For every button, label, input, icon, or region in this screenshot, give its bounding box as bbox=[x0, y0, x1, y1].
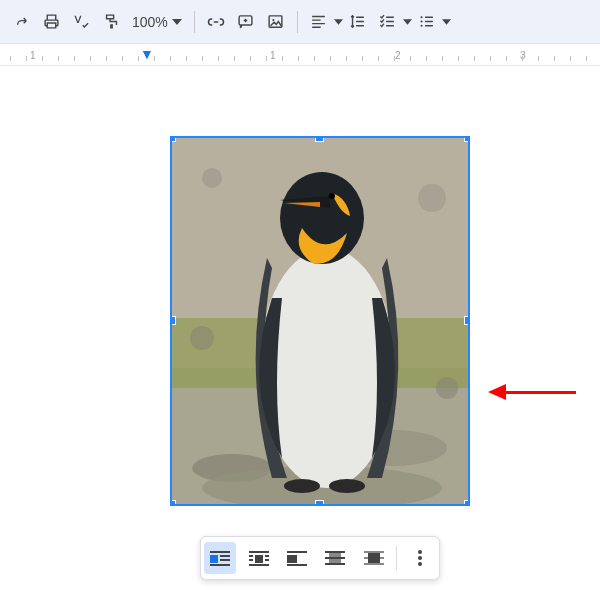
svg-rect-30 bbox=[265, 555, 269, 557]
insert-link-button[interactable] bbox=[201, 7, 231, 37]
svg-point-18 bbox=[418, 184, 446, 212]
main-toolbar: 100% bbox=[0, 0, 600, 44]
comment-icon bbox=[237, 13, 254, 30]
image-icon bbox=[267, 13, 284, 30]
penguin-illustration bbox=[172, 138, 470, 506]
document-canvas[interactable] bbox=[0, 66, 600, 598]
add-comment-button[interactable] bbox=[231, 7, 261, 37]
break-text-button[interactable] bbox=[281, 542, 313, 574]
annotation-arrow bbox=[488, 384, 576, 400]
image-options-toolbar bbox=[200, 536, 440, 580]
zoom-select[interactable]: 100% bbox=[126, 7, 188, 37]
resize-handle-left[interactable] bbox=[170, 316, 176, 325]
svg-point-45 bbox=[418, 556, 422, 560]
behind-text-button[interactable] bbox=[319, 542, 351, 574]
svg-rect-40 bbox=[364, 551, 384, 553]
svg-point-19 bbox=[190, 326, 214, 350]
toolbar-divider bbox=[297, 11, 298, 33]
svg-rect-38 bbox=[325, 557, 345, 559]
svg-point-3 bbox=[421, 16, 423, 18]
ruler-label: 2 bbox=[395, 50, 401, 61]
svg-rect-42 bbox=[364, 563, 384, 565]
ruler-label: 1 bbox=[30, 50, 36, 61]
wrap-inline-button[interactable] bbox=[204, 542, 236, 574]
toolbar-divider bbox=[194, 11, 195, 33]
print-button[interactable] bbox=[36, 7, 66, 37]
print-icon bbox=[43, 13, 60, 30]
wrap-inline-icon bbox=[210, 550, 230, 566]
svg-rect-23 bbox=[220, 555, 230, 557]
svg-rect-25 bbox=[210, 564, 230, 566]
svg-rect-32 bbox=[249, 564, 269, 566]
svg-point-14 bbox=[329, 193, 335, 199]
chevron-down-icon[interactable] bbox=[403, 19, 412, 25]
bullets-icon bbox=[418, 13, 435, 30]
svg-rect-29 bbox=[249, 559, 253, 561]
zoom-value: 100% bbox=[132, 14, 168, 30]
redo-button[interactable] bbox=[6, 7, 36, 37]
svg-rect-27 bbox=[255, 555, 263, 563]
svg-rect-26 bbox=[249, 551, 269, 553]
front-text-icon bbox=[364, 550, 384, 566]
line-spacing-button[interactable] bbox=[343, 7, 373, 37]
selected-image[interactable] bbox=[170, 136, 470, 506]
checklist-button[interactable] bbox=[373, 7, 403, 37]
align-icon bbox=[310, 13, 327, 30]
svg-point-2 bbox=[273, 19, 275, 21]
svg-point-5 bbox=[421, 25, 423, 27]
bulleted-list-button[interactable] bbox=[412, 7, 442, 37]
indent-marker[interactable]: ▼ bbox=[140, 47, 154, 61]
link-icon bbox=[207, 13, 225, 31]
line-spacing-icon bbox=[349, 13, 366, 30]
svg-point-4 bbox=[421, 20, 423, 22]
align-button[interactable] bbox=[304, 7, 334, 37]
resize-handle-top-left[interactable] bbox=[170, 136, 176, 142]
paint-format-icon bbox=[103, 13, 120, 30]
svg-rect-31 bbox=[265, 559, 269, 561]
behind-text-icon bbox=[325, 550, 345, 566]
checklist-icon bbox=[379, 13, 396, 30]
break-text-icon bbox=[287, 550, 307, 566]
more-options-button[interactable] bbox=[404, 542, 436, 574]
spellcheck-button[interactable] bbox=[66, 7, 96, 37]
svg-point-46 bbox=[418, 562, 422, 566]
horizontal-ruler[interactable]: 1 1 2 3 ▼ bbox=[0, 44, 600, 66]
svg-point-20 bbox=[436, 377, 458, 399]
wrap-text-icon bbox=[249, 550, 269, 566]
svg-rect-39 bbox=[325, 563, 345, 565]
ruler-label: 1 bbox=[270, 50, 276, 61]
redo-icon bbox=[13, 14, 29, 30]
svg-rect-24 bbox=[220, 559, 230, 561]
svg-rect-37 bbox=[325, 551, 345, 553]
paint-format-button[interactable] bbox=[96, 7, 126, 37]
svg-rect-33 bbox=[287, 551, 307, 553]
arrow-head-icon bbox=[488, 384, 506, 400]
svg-rect-21 bbox=[210, 551, 230, 553]
front-text-button[interactable] bbox=[358, 542, 390, 574]
svg-point-16 bbox=[329, 479, 365, 493]
svg-rect-43 bbox=[368, 553, 380, 563]
insert-image-button[interactable] bbox=[261, 7, 291, 37]
more-vertical-icon bbox=[418, 550, 422, 566]
spellcheck-icon bbox=[73, 13, 90, 30]
toolbar-divider bbox=[396, 546, 397, 570]
arrow-shaft bbox=[506, 391, 576, 394]
svg-point-17 bbox=[202, 168, 222, 188]
svg-point-44 bbox=[418, 550, 422, 554]
svg-rect-35 bbox=[287, 564, 307, 566]
chevron-down-icon[interactable] bbox=[334, 19, 343, 25]
svg-rect-34 bbox=[287, 555, 297, 563]
svg-point-15 bbox=[284, 479, 320, 493]
chevron-down-icon bbox=[172, 19, 182, 25]
resize-handle-top[interactable] bbox=[315, 136, 324, 142]
svg-rect-22 bbox=[210, 555, 218, 563]
wrap-text-button[interactable] bbox=[243, 542, 275, 574]
svg-rect-28 bbox=[249, 555, 253, 557]
chevron-down-icon[interactable] bbox=[442, 19, 451, 25]
